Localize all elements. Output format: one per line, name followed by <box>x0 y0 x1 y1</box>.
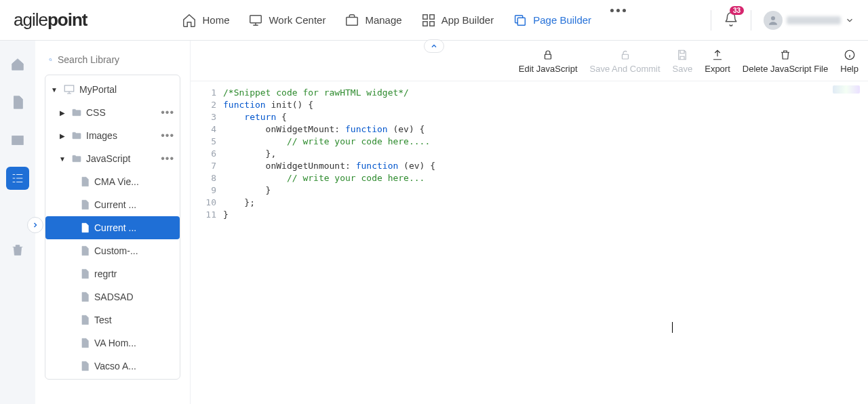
code-text: onWidgetMount: <box>223 124 345 134</box>
svg-rect-3 <box>429 14 433 18</box>
minimap[interactable] <box>833 85 860 94</box>
svg-rect-4 <box>422 21 427 25</box>
nav-appbuilder[interactable]: App Builder <box>414 9 501 32</box>
home-icon <box>182 13 197 28</box>
tree-file-vacso[interactable]: Vacso A... <box>45 355 180 378</box>
rail-pages[interactable] <box>6 91 29 114</box>
tree-root-myportal[interactable]: ▼ MyPortal <box>45 78 180 101</box>
edit-label: Edit JavaScript <box>519 64 578 74</box>
svg-rect-2 <box>422 14 427 18</box>
savecommit-label: Save And Commit <box>590 64 660 74</box>
nav-pagebuilder[interactable]: Page Builder <box>506 9 598 32</box>
collapse-toolbar-tab[interactable] <box>424 39 444 53</box>
tree-file-vahome[interactable]: VA Hom... <box>45 331 180 355</box>
rail-library[interactable] <box>6 167 29 190</box>
svg-rect-5 <box>429 21 433 25</box>
file-label: Vacso A... <box>94 361 176 371</box>
code-text: } <box>223 209 229 220</box>
list-icon <box>10 171 25 186</box>
svg-rect-6 <box>518 18 526 25</box>
code-line-1: /*Snippet code for rawHTML widget*/ <box>223 87 409 98</box>
code-text: (ev) { <box>388 124 425 134</box>
grid-icon <box>421 13 436 28</box>
tree-file-current1[interactable]: Current ... <box>45 193 180 216</box>
delete-button[interactable]: Delete JavaScript File <box>743 49 828 74</box>
library-tree[interactable]: ▼ MyPortal ▶ CSS ••• ▶ Images ••• ▼ Java… <box>45 75 180 380</box>
tree-folder-css[interactable]: ▶ CSS ••• <box>45 101 180 124</box>
text-cursor <box>672 322 673 333</box>
brand-logo: agilepoint <box>14 9 87 31</box>
edit-javascript-button[interactable]: Edit JavaScript <box>519 49 578 74</box>
more-icon[interactable]: ••• <box>159 129 176 142</box>
nav-work-label: Work Center <box>269 14 326 26</box>
nav-workcenter[interactable]: Work Center <box>241 9 332 32</box>
js-file-icon <box>79 315 90 325</box>
line-num: 8 <box>197 172 216 184</box>
code-text: }, <box>223 148 276 159</box>
topbar-right: 33 <box>711 10 854 31</box>
nav-more[interactable] <box>604 9 633 32</box>
tree-file-test[interactable]: Test <box>45 308 180 331</box>
unlock-icon <box>619 49 631 61</box>
nav-pagebuilder-label: Page Builder <box>533 14 591 26</box>
file-label: regrtr <box>94 268 176 279</box>
monitor-icon <box>248 13 263 28</box>
person-icon <box>767 14 779 26</box>
file-label: CMA Vie... <box>94 176 176 187</box>
tree-folder-images[interactable]: ▶ Images ••• <box>45 124 180 147</box>
more-icon[interactable]: ••• <box>159 106 176 119</box>
code-kw: function <box>223 100 266 110</box>
tree-file-current2[interactable]: Current ... <box>45 216 180 239</box>
code-content[interactable]: /*Snippet code for rawHTML widget*/ func… <box>223 81 435 404</box>
collapse-icon[interactable]: ▼ <box>58 155 67 163</box>
svg-rect-8 <box>12 136 24 145</box>
expand-icon[interactable]: ▶ <box>58 132 67 140</box>
code-editor[interactable]: 1 2 3 4 5 6 7 8 9 10 11 /*Snippet code f… <box>191 81 868 404</box>
table-icon <box>10 133 25 148</box>
tree-file-regrtr[interactable]: regrtr <box>45 262 180 285</box>
svg-rect-11 <box>545 54 551 59</box>
save-icon <box>676 49 688 61</box>
code-kw: function <box>345 124 388 134</box>
notifications-button[interactable]: 33 <box>724 12 738 28</box>
rail-data[interactable] <box>6 129 29 152</box>
js-file-icon <box>79 291 90 302</box>
top-bar: agilepoint Home Work Center Manage App B… <box>0 0 868 41</box>
collapse-icon[interactable]: ▼ <box>50 86 59 94</box>
nav-manage[interactable]: Manage <box>338 9 408 32</box>
line-num: 3 <box>197 111 216 123</box>
svg-point-7 <box>771 16 775 20</box>
rail-home[interactable] <box>6 53 29 76</box>
file-label: Test <box>94 315 176 325</box>
tree-file-sadsad[interactable]: SADSAD <box>45 285 180 308</box>
more-icon[interactable]: ••• <box>159 153 176 165</box>
file-label: Custom-... <box>94 245 176 256</box>
nav-home[interactable]: Home <box>175 9 236 32</box>
lock-icon <box>542 49 554 61</box>
user-menu[interactable] <box>764 11 854 30</box>
rail-trash[interactable] <box>6 239 29 262</box>
search-input[interactable] <box>58 54 176 65</box>
tree-file-custom[interactable]: Custom-... <box>45 239 180 262</box>
folder-icon <box>71 107 82 118</box>
export-button[interactable]: Export <box>705 49 730 74</box>
search-icon <box>49 54 52 65</box>
file-label: Current ... <box>94 199 176 210</box>
rail-expand-button[interactable] <box>27 217 43 233</box>
expand-icon[interactable]: ▶ <box>58 109 67 117</box>
search-box <box>45 50 180 75</box>
line-num: 9 <box>197 184 216 197</box>
file-label: Current ... <box>94 222 176 233</box>
brand-bold: point <box>47 9 87 30</box>
tree-folder-javascript[interactable]: ▼ JavaScript ••• <box>45 147 180 170</box>
help-button[interactable]: Help <box>840 49 859 74</box>
js-file-icon <box>79 176 90 187</box>
tree-file-cma[interactable]: CMA Vie... <box>45 170 180 193</box>
code-text: init() { <box>266 100 313 110</box>
chevron-up-icon <box>430 42 438 50</box>
user-name <box>787 16 841 24</box>
trash-icon <box>779 49 791 61</box>
svg-rect-12 <box>622 54 628 59</box>
trash-icon <box>10 243 25 258</box>
delete-label: Delete JavaScript File <box>743 64 828 74</box>
